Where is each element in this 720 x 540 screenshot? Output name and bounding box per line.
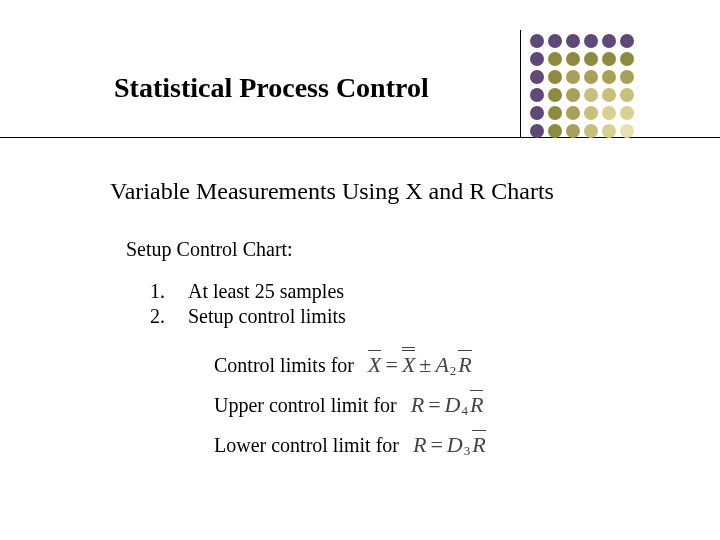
list-text: Setup control limits <box>188 305 346 328</box>
slide: Statistical Process Control Variable Mea… <box>0 0 720 540</box>
formula-ucl-r: R = D4 R <box>411 392 484 418</box>
formula-lcl-r: R = D3 R <box>413 432 486 458</box>
formula-xbar: X = X ± A2 R <box>368 352 472 378</box>
setup-heading: Setup Control Chart: <box>126 238 293 261</box>
decorative-dots <box>530 34 634 138</box>
list-number: 2. <box>150 305 188 328</box>
list-item: 2. Setup control limits <box>150 305 346 328</box>
formula-label: Control limits for <box>214 354 354 377</box>
formula-label: Lower control limit for <box>214 434 399 457</box>
header-vertical-rule <box>520 30 521 138</box>
numbered-list: 1. At least 25 samples 2. Setup control … <box>150 280 346 330</box>
formula-line-ucl: Upper control limit for R = D4 R <box>214 392 483 418</box>
list-text: At least 25 samples <box>188 280 344 303</box>
slide-title: Statistical Process Control <box>114 72 429 104</box>
list-item: 1. At least 25 samples <box>150 280 346 303</box>
slide-subtitle: Variable Measurements Using X and R Char… <box>110 178 554 205</box>
formula-label: Upper control limit for <box>214 394 397 417</box>
formula-line-lcl: Lower control limit for R = D3 R <box>214 432 486 458</box>
list-number: 1. <box>150 280 188 303</box>
formula-line-xbar: Control limits for X = X ± A2 R <box>214 352 472 378</box>
